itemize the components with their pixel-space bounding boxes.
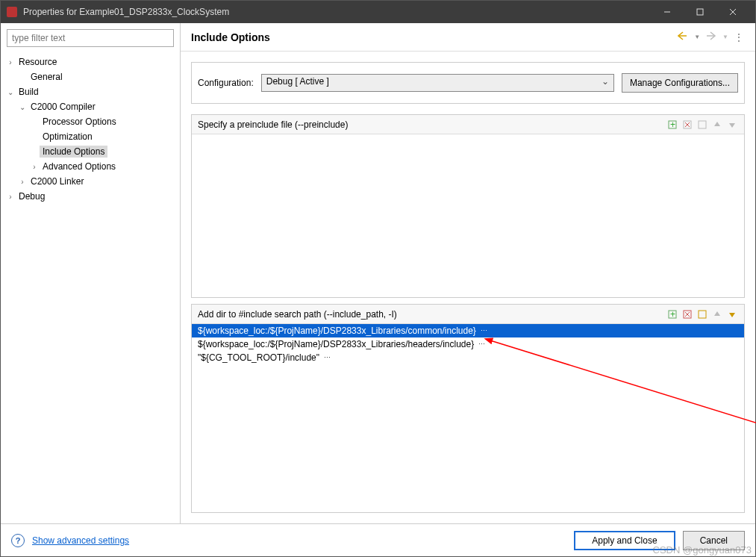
tree-item-debug[interactable]: ›Debug [1,189,180,204]
delete-icon[interactable] [681,119,693,131]
properties-dialog: Properties for Example01_DSP2833x_ClockS… [0,0,756,557]
list-item[interactable]: ${workspace_loc:/${ProjName}/DSP2833x_Li… [192,324,744,337]
more-icon: ⋯ [322,354,332,361]
maximize-button[interactable] [684,1,716,23]
move-down-icon[interactable] [726,308,738,320]
include-path-panel: Add dir to #include search path (--inclu… [191,304,745,513]
page-title: Include Options [191,31,676,43]
chevron-down-icon: ⌄ [5,88,16,96]
chevron-down-icon: ⌄ [17,103,28,111]
more-icon: ⋯ [477,340,487,348]
edit-icon[interactable] [696,119,708,131]
tree-item-general[interactable]: General [1,69,180,84]
window-title: Properties for Example01_DSP2833x_ClockS… [23,7,229,17]
sidebar: ›Resource General ⌄Build ⌄C2000 Compiler… [1,23,181,523]
tree-item-processor-options[interactable]: Processor Options [1,114,180,129]
tree-item-c2000-linker[interactable]: ›C2000 Linker [1,174,180,189]
cancel-button[interactable]: Cancel [683,531,745,550]
show-advanced-link[interactable]: Show advanced settings [32,535,129,546]
svg-text:+: + [670,119,675,130]
move-up-icon[interactable] [711,308,723,320]
svg-text:+: + [670,309,675,320]
edit-icon[interactable] [696,308,708,320]
list-item[interactable]: ${workspace_loc:/${ProjName}/DSP2833x_Li… [192,337,744,351]
svg-rect-15 [699,311,706,318]
manage-configurations-button[interactable]: Manage Configurations... [622,73,738,93]
chevron-right-icon: › [17,178,28,186]
move-up-icon[interactable] [711,119,723,131]
chevron-down-icon: ⌄ [602,76,609,87]
app-icon [7,7,17,17]
nav-back-button[interactable] [676,30,690,44]
include-path-list: ${workspace_loc:/${ProjName}/DSP2833x_Li… [192,324,744,512]
minimize-button[interactable] [651,1,684,23]
tree-item-include-options[interactable]: Include Options [1,144,180,159]
include-path-label: Add dir to #include search path (--inclu… [198,309,666,320]
add-icon[interactable]: + [666,308,678,320]
configuration-row: Configuration: Debug [ Active ] ⌄ Manage… [191,62,745,104]
preinclude-list[interactable] [192,134,744,297]
chevron-right-icon: › [5,58,16,66]
nav-tree: ›Resource General ⌄Build ⌄C2000 Compiler… [1,53,180,523]
tree-item-advanced-options[interactable]: ›Advanced Options [1,159,180,174]
preinclude-panel: Specify a preinclude file (--preinclude)… [191,114,745,298]
tree-item-build[interactable]: ⌄Build [1,84,180,99]
configuration-label: Configuration: [198,78,254,88]
tree-item-c2000-compiler[interactable]: ⌄C2000 Compiler [1,99,180,114]
footer: ? Show advanced settings Apply and Close… [1,523,755,556]
tree-item-optimization[interactable]: Optimization [1,129,180,144]
svg-rect-1 [697,9,703,15]
nav-back-menu[interactable]: ▼ [693,32,702,42]
main-panel: Include Options ▼ ▼ ⋮ Configuration: Deb… [181,23,755,523]
titlebar: Properties for Example01_DSP2833x_ClockS… [1,1,755,23]
view-menu-icon[interactable]: ⋮ [733,31,745,44]
close-button[interactable] [716,1,749,23]
help-icon[interactable]: ? [11,534,25,547]
nav-forward-button[interactable] [705,30,718,44]
move-down-icon[interactable] [726,119,738,131]
nav-forward-menu[interactable]: ▼ [721,32,730,42]
apply-and-close-button[interactable]: Apply and Close [574,531,675,550]
tree-item-resource[interactable]: ›Resource [1,55,180,69]
svg-rect-9 [699,121,706,128]
filter-input[interactable] [7,29,174,47]
chevron-right-icon: › [29,163,40,171]
list-item[interactable]: "${CG_TOOL_ROOT}/include"⋯ [192,351,744,364]
delete-icon[interactable] [681,308,693,320]
add-icon[interactable]: + [666,119,678,131]
chevron-right-icon: › [5,193,16,201]
more-icon: ⋯ [479,327,489,334]
preinclude-label: Specify a preinclude file (--preinclude) [198,119,666,130]
configuration-dropdown[interactable]: Debug [ Active ] ⌄ [261,74,614,92]
